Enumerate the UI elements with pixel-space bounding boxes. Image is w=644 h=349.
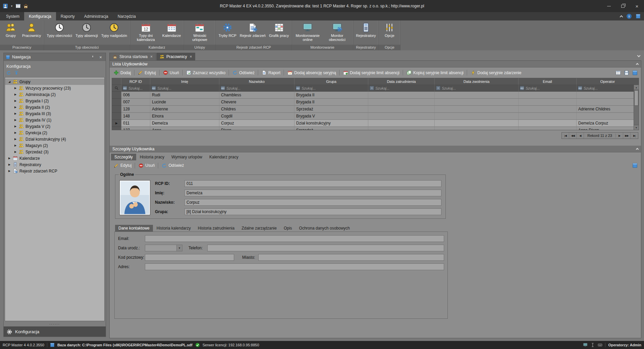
tab-zdalne-zarzadzanie[interactable]: Zdalne zarządzanie [238,225,280,232]
ribbon-item-typy-dni-kalendarza[interactable]: Typy dni kalendarza [131,21,161,45]
tree-item-rejestr-zdarzen-rcp[interactable]: ▶Rejestr zdarzeń RCP [5,168,104,174]
info-icon[interactable]: i [627,14,632,19]
tab-konfiguracja[interactable]: Konfiguracja [24,12,56,20]
sidebar-item-konfiguracja[interactable]: Konfiguracja [4,327,106,337]
tree-item-grupy[interactable]: ◢ Grupy [5,79,104,85]
add-button[interactable]: Dodaj [112,69,133,77]
group-input[interactable] [184,208,441,215]
filter-nazwisko[interactable]: a|cSzukaj... [219,85,294,92]
expand-icon[interactable]: ▶ [14,99,17,102]
close-icon[interactable]: × [150,54,153,59]
tab-system[interactable]: System [1,12,24,20]
tab-list-dropdown-icon[interactable] [637,54,641,57]
tree-item-group[interactable]: ▶Dyrekcja (2) [5,130,104,136]
pager-last-button[interactable]: ▶| [631,133,638,139]
copy-absence-limit-batch-button[interactable]: Kopiuj seryjnie limit absencji [405,69,466,77]
ribbon-item-tryby-rcp[interactable]: Tryby RCP [217,21,238,45]
minimize-button[interactable] [602,0,616,12]
text-cursor-icon[interactable] [590,343,595,347]
ribbon-item-rejestratory[interactable]: Rejestratory [354,21,377,45]
expand-icon[interactable]: ▶ [14,131,17,134]
app-logo-icon[interactable] [3,3,8,9]
filter-rcp-id[interactable]: a|cSzukaj... [121,85,150,92]
tab-kalendarz-pracy[interactable]: Kalendarz pracy [206,154,242,160]
add-event-batch-button[interactable]: Dodaj seryjnie zdarzenie [469,69,523,77]
ribbon-item-pracownicy[interactable]: Pracownicy [20,21,43,45]
tree-item-kalendarze[interactable]: ▶Kalendarze [5,155,104,161]
expand-icon[interactable]: ▶ [14,112,17,115]
table-row[interactable]: 007 Lucinde Chevere Brygada II [112,99,639,106]
tree-item-group[interactable]: ▶Brygada V (2) [5,123,104,130]
expand-icon[interactable]: ▶ [8,169,11,172]
expand-icon[interactable]: ▶ [14,125,17,128]
add-absence-limit-batch-button[interactable]: Dodaj seryjnie limit absencji [341,69,401,77]
filter-grupa[interactable]: a|cSzukaj... [294,85,368,92]
scroll-up-icon[interactable]: ▲ [634,85,639,90]
filter-type-icon[interactable]: a|c [123,86,127,90]
column-header-rcp-id[interactable]: RCP ID [121,78,150,85]
pager-next-button[interactable]: ▶ [616,133,623,139]
tab-dane-kontaktowe[interactable]: Dane kontaktowe [115,225,153,232]
table-row[interactable]: 128 Adrienne Childres Sprzedaż Adrienne … [112,106,639,113]
expand-icon[interactable]: ▶ [14,106,17,109]
doc-tab-strona-startowa[interactable]: Strona startowa × [109,53,156,60]
scroll-down-icon[interactable]: ▼ [634,125,639,130]
ribbon-item-typy-nadgodzin[interactable]: Typy nadgodzin [100,21,129,45]
filter-type-icon[interactable]: = [436,86,440,90]
column-header-data-zwolnienia[interactable]: Data zwolnienia [435,78,519,85]
refresh-icon[interactable] [6,70,11,75]
column-header-data-zatrudnienia[interactable]: Data zatrudnienia [368,78,435,85]
column-chooser-icon[interactable] [615,70,621,76]
maximize-button[interactable] [616,0,630,12]
ribbon-item-typy-obecnosci[interactable]: Typy obecności [45,21,74,45]
pager-prev-page-button[interactable]: ◀◀ [569,133,577,139]
doc-tab-pracownicy[interactable]: Pracownicy × [156,53,195,60]
save-layout-icon[interactable] [624,70,629,76]
collapse-all-icon[interactable] [14,70,19,75]
pager-prev-button[interactable]: ◀ [577,133,584,139]
expand-icon[interactable]: ▶ [8,163,11,166]
quick-home-icon[interactable] [23,3,29,9]
add-absence-batch-button[interactable]: Dodaj absencję seryjną [285,69,338,77]
tree-item-rejestratory[interactable]: ▶Rejestratory [5,161,104,168]
collapse-panel-icon[interactable] [636,148,639,151]
close-button[interactable]: × [630,0,644,12]
filter-imie[interactable]: a|cSzukaj... [150,85,219,92]
tab-narzedzia[interactable]: Narzędzia [113,12,141,20]
panel-view-icon[interactable] [632,70,638,76]
app-menu-caret-icon[interactable]: ▼ [10,5,13,8]
filter-type-icon[interactable]: a|c [152,86,156,90]
ribbon-item-rejestr-zdarzen[interactable]: Rejestr zdarzeń [238,21,267,45]
filter-type-icon[interactable]: a|c [296,86,300,90]
column-header-email[interactable]: Email [519,78,577,85]
filter-type-icon[interactable]: a|c [578,86,582,90]
expand-icon[interactable]: ▶ [14,138,17,141]
ribbon-item-monitor-obecnosci[interactable]: Monitor obecności [322,21,352,45]
rcp-id-input[interactable] [184,180,441,187]
tree-item-group[interactable]: ▶Sprzedaż (3) [5,149,104,155]
column-header-nazwisko[interactable]: Nazwisko [219,78,294,85]
first-name-input[interactable] [184,190,441,196]
tree-item-group[interactable]: ▶Brygada I (2) [5,98,104,104]
ribbon-item-opcje[interactable]: Opcje [380,21,399,45]
expand-icon[interactable]: ▶ [14,144,17,147]
close-icon[interactable]: × [190,54,192,59]
phone-input[interactable] [207,245,444,251]
tree-item-group[interactable]: ▶Wszyscy pracownicy (23) [5,85,104,91]
filter-type-icon[interactable]: a|c [520,86,524,90]
last-name-input[interactable] [184,199,441,206]
filter-operator[interactable]: a|cSzukaj... [577,85,639,92]
collapse-panel-icon[interactable] [636,63,639,66]
tab-historia-pracy[interactable]: Historia pracy [137,154,168,160]
edit-button[interactable]: Edytuj [112,162,133,169]
filter-data-zatrudnienia[interactable]: =Szukaj... [368,85,435,92]
tree-item-group[interactable]: ▶Brygada II (2) [5,104,104,110]
column-header-grupa[interactable]: Grupa [294,78,368,85]
expand-icon[interactable]: ◢ [8,80,11,83]
ribbon-item-monitorowanie-online[interactable]: Monitorowanie online [293,21,322,45]
tab-raporty[interactable]: Raporty [56,12,79,20]
column-header-operator[interactable]: Operator [577,78,639,85]
column-header-imie[interactable]: Imię [150,78,219,85]
table-row[interactable]: 127 Anna Dixon Sprzedaż Anna Dixon [112,127,639,130]
table-row[interactable]: 148 Elnora Cogdil Brygada V [112,113,639,120]
